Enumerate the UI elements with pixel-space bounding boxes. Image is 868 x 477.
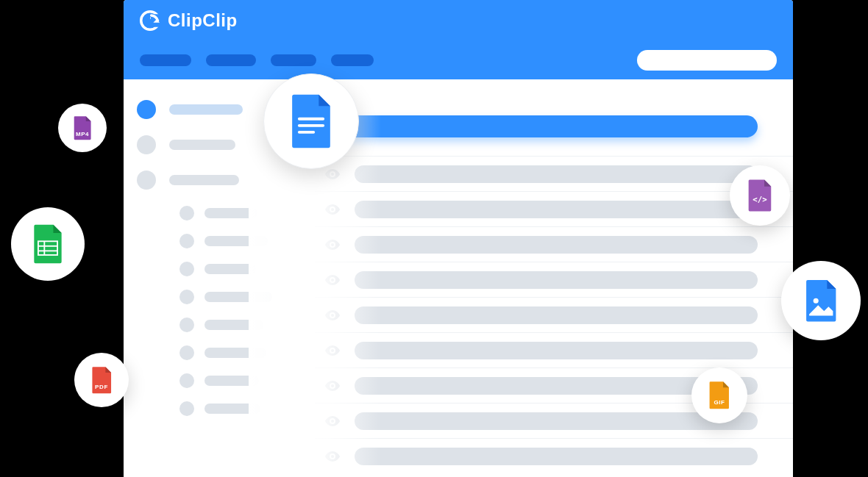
menu-item-1[interactable]	[140, 54, 191, 66]
sidebar-subitem[interactable]	[137, 262, 302, 276]
spreadsheet-file-badge	[11, 207, 85, 281]
clip-row[interactable]	[315, 262, 793, 297]
svg-rect-4	[298, 124, 324, 127]
svg-rect-3	[298, 118, 324, 121]
image-file-badge	[781, 261, 861, 340]
clip-row[interactable]	[315, 297, 793, 332]
menu-item-4[interactable]	[331, 54, 374, 66]
folder-icon	[179, 373, 194, 388]
folder-icon	[179, 345, 194, 360]
sidebar-subitem[interactable]	[137, 318, 302, 332]
folder-icon	[137, 100, 156, 119]
clip-row[interactable]	[315, 156, 793, 191]
folder-icon	[137, 171, 156, 190]
selected-clip-title[interactable]	[332, 115, 758, 137]
folder-icon	[179, 234, 194, 248]
sidebar-subitem[interactable]	[137, 401, 302, 416]
preview-eye-icon	[324, 201, 341, 218]
menu-bar	[124, 41, 793, 79]
sidebar-subitem[interactable]	[137, 206, 302, 220]
clipclip-logo-icon	[140, 10, 160, 31]
folder-icon	[179, 290, 194, 304]
preview-eye-icon	[324, 448, 341, 465]
sidebar-subitem[interactable]	[137, 234, 302, 248]
folder-icon	[179, 206, 194, 220]
clip-row[interactable]	[315, 438, 793, 473]
preview-eye-icon	[324, 306, 341, 324]
clip-row[interactable]	[315, 191, 793, 226]
preview-eye-icon	[324, 165, 341, 183]
document-file-icon	[288, 93, 334, 150]
spreadsheet-file-icon	[27, 223, 68, 265]
preview-eye-icon	[324, 412, 341, 430]
pdf-file-badge: PDF	[74, 353, 129, 407]
menu-item-2[interactable]	[206, 54, 256, 66]
folder-icon	[179, 401, 194, 416]
svg-rect-5	[298, 131, 315, 134]
menu-item-3[interactable]	[271, 54, 316, 66]
sidebar-item[interactable]	[137, 171, 302, 190]
hero-document-badge	[263, 73, 359, 169]
sidebar-subitem[interactable]	[137, 373, 302, 388]
app-header: ClipClip	[124, 0, 793, 79]
clipclip-app-window: ClipClip	[124, 0, 793, 477]
brand-row: ClipClip	[124, 0, 793, 41]
folder-icon	[137, 135, 156, 154]
file-ext-label: PDF	[95, 384, 108, 390]
preview-eye-icon	[324, 342, 341, 359]
gif-file-badge: GIF	[691, 367, 747, 423]
brand: ClipClip	[140, 10, 238, 31]
preview-eye-icon	[324, 377, 341, 395]
content-header	[315, 98, 793, 156]
image-file-icon	[799, 279, 843, 323]
preview-eye-icon	[324, 271, 341, 289]
file-ext-label: GIF	[714, 399, 725, 406]
search-input[interactable]	[637, 50, 777, 71]
brand-name: ClipClip	[168, 10, 238, 31]
preview-eye-icon	[324, 236, 341, 254]
code-file-icon: </>	[743, 179, 777, 212]
clip-row[interactable]	[315, 226, 793, 262]
folder-icon	[179, 318, 194, 332]
code-file-badge: </>	[730, 165, 790, 226]
mp4-file-badge: MP4	[58, 104, 107, 152]
folder-icon	[179, 262, 194, 276]
file-ext-label: MP4	[76, 131, 89, 137]
svg-point-11	[813, 298, 818, 303]
app-body	[124, 79, 793, 477]
sidebar-subitem[interactable]	[137, 345, 302, 360]
sidebar-subitem[interactable]	[137, 290, 302, 304]
svg-text:</>: </>	[753, 195, 766, 204]
clip-row[interactable]	[315, 332, 793, 367]
